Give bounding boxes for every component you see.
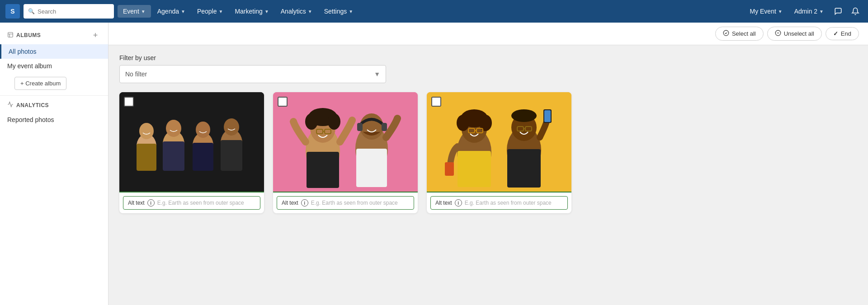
- analytics-section: ANALYTICS: [0, 101, 108, 109]
- svg-point-12: [196, 122, 210, 138]
- svg-rect-30: [382, 123, 387, 131]
- svg-rect-10: [163, 141, 184, 171]
- filter-dropdown[interactable]: No filter ▼: [119, 65, 386, 83]
- search-input[interactable]: [38, 8, 109, 15]
- chevron-down-icon: ▼: [349, 9, 353, 14]
- content-area: Select all Unselect all ✓ End Filter: [108, 23, 868, 305]
- photo-image: [119, 92, 264, 192]
- svg-rect-41: [445, 162, 454, 176]
- svg-rect-26: [307, 152, 339, 188]
- nav-right: My Event ▼ Admin 2 ▼: [745, 4, 863, 19]
- photo-checkbox[interactable]: [431, 97, 441, 107]
- sidebar-item-my-event-album[interactable]: My event album: [0, 59, 108, 73]
- main-layout: ALBUMS + All photos My event album + Cre…: [0, 23, 868, 305]
- filter-section: Filter by user No filter ▼: [119, 54, 857, 83]
- info-icon: i: [147, 199, 155, 206]
- analytics-icon: [7, 101, 14, 109]
- chevron-down-icon: ▼: [219, 9, 223, 14]
- svg-rect-16: [221, 140, 242, 171]
- svg-point-28: [360, 113, 383, 140]
- svg-rect-17: [273, 92, 418, 192]
- search-icon: 🔍: [28, 8, 35, 14]
- photo-alt-section: Alt text i E.g. Earth as seen from outer…: [273, 192, 418, 213]
- photo-alt-section: Alt text i E.g. Earth as seen from outer…: [427, 192, 571, 213]
- photo-checkbox[interactable]: [124, 97, 134, 107]
- chevron-down-icon: ▼: [778, 9, 783, 14]
- message-icon-btn[interactable]: [831, 4, 845, 19]
- nav-item-analytics[interactable]: Analytics ▼: [275, 5, 318, 18]
- svg-point-22: [328, 113, 340, 130]
- photo-alt-input[interactable]: Alt text i E.g. Earth as seen from outer…: [123, 196, 260, 210]
- photo-card: Alt text i E.g. Earth as seen from outer…: [427, 92, 571, 213]
- filter-arrow-icon: ▼: [374, 70, 380, 78]
- albums-icon: [7, 32, 14, 39]
- sidebar-item-all-photos[interactable]: All photos: [0, 44, 108, 59]
- unselect-all-icon: [775, 30, 781, 38]
- svg-rect-31: [356, 149, 387, 187]
- nav-item-settings[interactable]: Settings ▼: [319, 5, 359, 18]
- svg-rect-51: [507, 149, 541, 188]
- svg-rect-32: [427, 92, 571, 192]
- albums-title: ALBUMS: [7, 32, 41, 39]
- photo-card-inner: [427, 92, 571, 192]
- sidebar-divider: [0, 95, 108, 96]
- app-logo[interactable]: S: [5, 4, 20, 19]
- my-event-dropdown[interactable]: My Event ▼: [745, 5, 787, 18]
- albums-header: ALBUMS +: [7, 30, 101, 41]
- select-all-button[interactable]: Select all: [715, 27, 764, 41]
- nav-item-people[interactable]: People ▼: [192, 5, 229, 18]
- sidebar: ALBUMS + All photos My event album + Cre…: [0, 23, 108, 305]
- toolbar: Select all Unselect all ✓ End: [108, 23, 868, 45]
- search-bar[interactable]: 🔍: [24, 4, 114, 19]
- admin-dropdown[interactable]: Admin 2 ▼: [790, 5, 828, 18]
- chevron-down-icon: ▼: [141, 9, 146, 14]
- create-album-section: + Create album: [0, 77, 108, 90]
- photo-checkbox[interactable]: [278, 97, 288, 107]
- photo-card-inner: [119, 92, 264, 192]
- chevron-down-icon: ▼: [308, 9, 312, 14]
- photo-alt-input[interactable]: Alt text i E.g. Earth as seen from outer…: [430, 196, 568, 210]
- info-icon: i: [455, 199, 462, 206]
- svg-rect-13: [193, 143, 213, 171]
- nav-item-marketing[interactable]: Marketing ▼: [229, 5, 274, 18]
- svg-point-36: [457, 115, 469, 131]
- check-icon: ✓: [833, 30, 838, 37]
- photo-image: [273, 92, 418, 192]
- photo-card: Alt text i E.g. Earth as seen from outer…: [119, 92, 264, 213]
- svg-point-15: [224, 118, 239, 136]
- create-album-button[interactable]: + Create album: [14, 77, 66, 90]
- nav-items: Event ▼ Agenda ▼ People ▼ Marketing ▼ An…: [118, 5, 741, 18]
- photo-card: Alt text i E.g. Earth as seen from outer…: [273, 92, 418, 213]
- sidebar-item-reported-photos[interactable]: Reported photos: [0, 113, 108, 127]
- svg-point-1: [723, 30, 729, 36]
- chevron-down-icon: ▼: [819, 9, 824, 14]
- svg-point-9: [166, 120, 181, 137]
- photo-image: [427, 92, 571, 192]
- top-navigation: S 🔍 Event ▼ Agenda ▼ People ▼ Marketing …: [0, 0, 868, 23]
- add-album-button[interactable]: +: [90, 30, 101, 41]
- svg-rect-29: [357, 123, 363, 131]
- chevron-down-icon: ▼: [181, 9, 185, 14]
- photo-card-inner: [273, 92, 418, 192]
- nav-item-agenda[interactable]: Agenda ▼: [152, 5, 191, 18]
- svg-rect-7: [137, 144, 156, 171]
- unselect-all-button[interactable]: Unselect all: [767, 27, 822, 41]
- photo-alt-input[interactable]: Alt text i E.g. Earth as seen from outer…: [277, 196, 414, 210]
- svg-point-6: [139, 123, 154, 139]
- filter-label: Filter by user: [119, 54, 857, 61]
- svg-rect-42: [458, 151, 491, 187]
- bell-icon-btn[interactable]: [848, 4, 863, 19]
- photo-grid: Alt text i E.g. Earth as seen from outer…: [119, 92, 857, 213]
- svg-rect-0: [8, 32, 13, 37]
- select-all-icon: [723, 30, 729, 38]
- photo-content: Filter by user No filter ▼: [108, 45, 868, 305]
- photo-alt-section: Alt text i E.g. Earth as seen from outer…: [119, 192, 264, 213]
- info-icon: i: [301, 199, 308, 206]
- end-button[interactable]: ✓ End: [826, 27, 859, 40]
- svg-rect-50: [544, 110, 551, 122]
- chevron-down-icon: ▼: [264, 9, 269, 14]
- svg-point-45: [511, 109, 537, 122]
- analytics-title: ANALYTICS: [7, 101, 101, 109]
- svg-point-21: [305, 113, 318, 130]
- nav-item-event[interactable]: Event ▼: [118, 5, 151, 18]
